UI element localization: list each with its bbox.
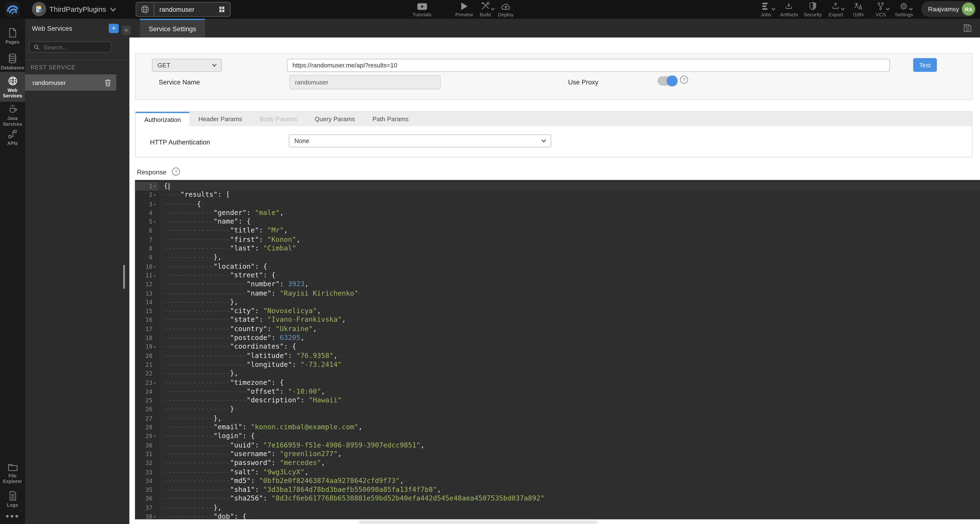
tutorials-button[interactable]: Tutorials xyxy=(412,1,431,17)
line-number[interactable]: 34 xyxy=(135,477,158,486)
line-number[interactable]: 9 xyxy=(135,253,158,262)
horizontal-scrollbar[interactable] xyxy=(359,521,598,524)
line-number[interactable]: 19▾ xyxy=(135,343,158,351)
sidebar-item-web-services[interactable]: Web Services xyxy=(0,72,25,102)
http-method-select[interactable]: GET xyxy=(152,59,222,72)
jobs-button[interactable]: Jobs xyxy=(757,1,774,17)
line-number[interactable]: 7 xyxy=(135,235,158,244)
code-text[interactable]: ------------"gender": "male",- xyxy=(158,209,288,218)
editor-line[interactable]: 19▾----------------"coordinates": {- xyxy=(135,343,980,351)
line-number[interactable]: 28 xyxy=(135,423,158,432)
panel-resize-handle[interactable] xyxy=(123,265,125,289)
editor-line[interactable]: 9------------},- xyxy=(135,253,980,262)
code-text[interactable]: ------------"name": {- xyxy=(158,218,255,227)
line-number[interactable]: 6 xyxy=(135,227,158,235)
editor-line[interactable]: 3▾--------{- xyxy=(135,200,980,208)
search-input[interactable] xyxy=(43,43,108,51)
service-list-item-randomuser[interactable]: randomuser xyxy=(25,75,116,91)
line-number[interactable]: 26 xyxy=(135,405,158,414)
code-text[interactable]: ------------},- xyxy=(158,414,226,423)
editor-line[interactable]: 7----------------"first": "Konon",- xyxy=(135,235,980,244)
fold-arrow-icon[interactable]: ▾ xyxy=(153,262,157,271)
editor-line[interactable]: 14----------------},- xyxy=(135,298,980,307)
editor-line[interactable]: 6----------------"title": "Mr",- xyxy=(135,227,980,235)
line-number[interactable]: 18 xyxy=(135,334,158,343)
collapse-panel-button[interactable]: « xyxy=(122,26,130,35)
code-text[interactable]: ----------------"timezone": {- xyxy=(158,378,288,387)
editor-line[interactable]: 29▾------------"login": {- xyxy=(135,432,980,441)
dashboard-grid-icon[interactable] xyxy=(218,6,226,13)
i18n-button[interactable]: I18N xyxy=(850,1,867,17)
sidebar-item-pages[interactable]: Pages xyxy=(0,28,25,45)
fold-arrow-icon[interactable]: ▾ xyxy=(153,378,157,387)
editor-line[interactable]: 10▾------------"location": {- xyxy=(135,262,980,271)
sidebar-item-databases[interactable]: Databases xyxy=(0,53,25,71)
code-text[interactable]: --------------------"latitude": "76.9358… xyxy=(158,351,342,360)
line-number[interactable]: 29▾ xyxy=(135,432,158,441)
editor-line[interactable]: 37------------},- xyxy=(135,503,980,512)
fold-arrow-icon[interactable]: ▾ xyxy=(153,513,157,519)
line-number[interactable]: 23▾ xyxy=(135,378,158,387)
save-button[interactable] xyxy=(963,23,972,33)
editor-line[interactable]: 8----------------"last": "Cimbal"- xyxy=(135,245,980,253)
editor-line[interactable]: 25--------------------"description": "Ha… xyxy=(135,396,980,405)
line-number[interactable]: 33 xyxy=(135,468,158,477)
add-service-button[interactable]: + xyxy=(109,24,119,33)
line-number[interactable]: 22 xyxy=(135,370,158,378)
line-number[interactable]: 3▾ xyxy=(135,200,158,208)
line-number[interactable]: 21 xyxy=(135,360,158,370)
line-number[interactable]: 37 xyxy=(135,503,158,512)
fold-arrow-icon[interactable]: ▾ xyxy=(153,432,157,441)
code-text[interactable]: ------------"email": "konon.cimbal@examp… xyxy=(158,423,367,432)
sidebar-item-file-explorer[interactable]: File Explorer xyxy=(0,462,25,484)
line-number[interactable]: 27 xyxy=(135,414,158,423)
vcs-button[interactable]: VCS xyxy=(872,1,889,17)
service-search[interactable] xyxy=(29,41,111,52)
editor-line[interactable]: 36----------------"sha256": "8d3cf6eb617… xyxy=(135,494,980,503)
sidebar-item-java-services[interactable]: Java Services xyxy=(0,104,25,127)
http-authentication-select[interactable]: None xyxy=(289,134,551,148)
delete-service-button[interactable] xyxy=(104,78,111,87)
editor-line[interactable]: 2▾----"results": [- xyxy=(135,191,980,200)
code-text[interactable]: ----------------"salt": "9wg3LcyX",- xyxy=(158,468,313,477)
editor-line[interactable]: 15----------------"city": "Novoselicya",… xyxy=(135,307,980,316)
line-number[interactable]: 12 xyxy=(135,280,158,289)
code-text[interactable]: ------------},- xyxy=(158,503,226,512)
code-text[interactable]: --------------------"number": 3923,- xyxy=(158,280,313,289)
sidebar-item-logs[interactable]: Logs xyxy=(0,491,25,508)
line-number[interactable]: 14 xyxy=(135,298,158,307)
code-text[interactable]: --------------------"name": "Rayisi Kiri… xyxy=(158,289,362,298)
use-proxy-help-icon[interactable]: ? xyxy=(680,76,688,84)
editor-line[interactable]: 22----------------},- xyxy=(135,370,980,378)
line-number[interactable]: 17 xyxy=(135,325,158,334)
editor-line[interactable]: 34----------------"md5": "0bfb2e0f824638… xyxy=(135,477,980,486)
line-number[interactable]: 25 xyxy=(135,396,158,405)
code-text[interactable]: ----------------"coordinates": {- xyxy=(158,343,301,351)
code-text[interactable]: --------------------"longitude": "-73.24… xyxy=(158,360,346,370)
editor-line[interactable]: 21--------------------"longitude": "-73.… xyxy=(135,360,980,370)
wavemaker-logo[interactable] xyxy=(5,2,20,17)
code-text[interactable]: ----------------"md5": "0bfb2e0f82463874… xyxy=(158,477,408,486)
code-text[interactable]: ------------"dob": {- xyxy=(158,513,251,519)
preview-button[interactable]: Preview xyxy=(455,1,473,17)
code-text[interactable]: ------------},- xyxy=(158,253,226,262)
code-text[interactable]: ----------------"sha256": "8d3cf6eb61776… xyxy=(158,494,549,503)
editor-line[interactable]: 13--------------------"name": "Rayisi Ki… xyxy=(135,289,980,298)
editor-line[interactable]: 24--------------------"offset": "-10:00"… xyxy=(135,387,980,396)
code-text[interactable]: ----------------"title": "Mr",- xyxy=(158,227,292,235)
service-name-input[interactable] xyxy=(290,75,441,89)
code-text[interactable]: ----------------"sha1": "3d3ba17864d78bd… xyxy=(158,486,445,494)
line-number[interactable]: 31 xyxy=(135,450,158,459)
line-number[interactable]: 24 xyxy=(135,387,158,396)
editor-line[interactable]: 1▾{- xyxy=(135,182,980,191)
editor-line[interactable]: 33----------------"salt": "9wg3LcyX",- xyxy=(135,468,980,477)
code-text[interactable]: ------------"location": {- xyxy=(158,262,271,271)
editor-line[interactable]: 11▾----------------"street": {- xyxy=(135,271,980,280)
sidebar-item-apis[interactable]: APIs xyxy=(0,129,25,146)
more-options-ellipsis-icon[interactable]: ●●● xyxy=(0,513,25,519)
code-text[interactable]: ----"results": [- xyxy=(158,191,234,200)
fold-arrow-icon[interactable]: ▾ xyxy=(153,218,157,227)
app-title[interactable]: ThirdPartyPlugins xyxy=(49,0,106,19)
line-number[interactable]: 36 xyxy=(135,494,158,503)
code-text[interactable]: ----------------"username": "greenlion27… xyxy=(158,450,346,459)
